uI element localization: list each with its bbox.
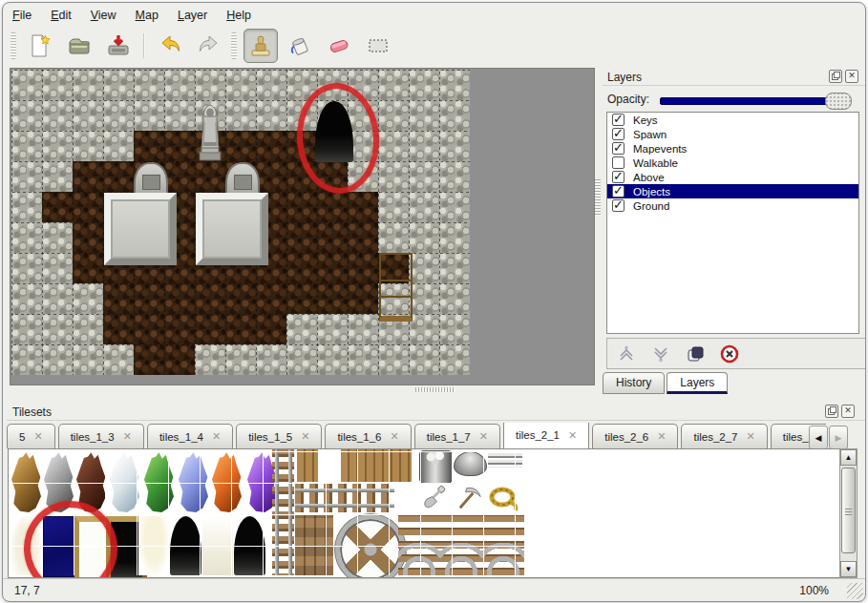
tileset-tab-tiles_2_6[interactable]: tiles_2_6✕ [592,424,678,448]
menu-map[interactable]: Map [136,9,159,26]
tile-arc[interactable] [440,514,482,575]
close-tab-icon[interactable]: ✕ [747,430,755,443]
toolbar-drag-handle[interactable] [231,32,237,59]
tile-plank-v[interactable] [297,449,318,482]
tileset-tab-tiles_1_4[interactable]: tiles_1_4✕ [147,424,233,448]
new-file-button[interactable] [23,29,57,63]
layer-row-objects[interactable]: Objects [607,184,858,198]
stamp-tool-button[interactable] [243,29,278,63]
save-file-button[interactable] [101,29,136,63]
float-panel-icon[interactable] [825,405,838,418]
layer-row-ground[interactable]: Ground [607,198,858,213]
tile-crystal[interactable] [43,451,74,512]
delete-layer-button[interactable] [718,343,741,365]
close-tab-icon[interactable]: ✕ [33,430,42,443]
layer-row-above[interactable]: Above [607,170,858,184]
opacity-slider-handle[interactable] [825,93,852,110]
layer-row-mapevents[interactable]: Mapevents [607,141,858,156]
layer-row-keys[interactable]: Keys [607,113,858,127]
tile-arc[interactable] [482,514,524,575]
tileset-tab-tiles_2_7[interactable]: tiles_2_7✕ [681,424,767,448]
scroll-down-button[interactable]: ▼ [840,561,857,577]
resize-grip[interactable] [847,583,863,599]
layer-visibility-checkbox[interactable] [612,156,625,169]
tile-wheel[interactable] [335,514,406,578]
horizontal-splitter-handle[interactable] [415,387,455,392]
tile-weave[interactable] [295,514,333,575]
menu-help[interactable]: Help [226,9,251,26]
undo-button[interactable] [153,29,187,63]
tile-arc[interactable] [398,514,440,575]
menu-view[interactable]: View [91,9,116,26]
tile-crystal[interactable] [211,451,243,512]
menu-layer[interactable]: Layer [178,9,207,26]
close-tab-icon[interactable]: ✕ [568,429,577,442]
eraser-tool-button[interactable] [322,29,356,63]
layer-visibility-checkbox[interactable] [612,114,625,126]
tile-metal-bars[interactable] [488,453,522,468]
tile-pickaxe[interactable] [454,483,483,514]
menu-file[interactable]: File [12,9,32,26]
tileset-tab-tiles_1_5[interactable]: tiles_1_5✕ [236,424,322,448]
tileset-scrollbar[interactable]: ▲ ▼ [839,448,857,578]
close-tab-icon[interactable]: ✕ [301,430,309,443]
tile-cave2[interactable] [234,516,265,575]
close-tab-icon[interactable]: ✕ [479,430,488,443]
tile-crystal[interactable] [75,451,107,512]
dock-tab-layers[interactable]: Layers [667,372,728,394]
tile-crystal[interactable] [178,451,209,512]
lower-layer-button[interactable] [649,343,672,365]
map-canvas[interactable] [11,70,470,375]
layer-visibility-checkbox[interactable] [612,142,625,155]
tile-crystal[interactable] [11,451,42,512]
vertical-splitter-handle[interactable] [595,179,601,216]
close-tab-icon[interactable]: ✕ [212,430,221,443]
layer-visibility-checkbox[interactable] [612,128,625,140]
redo-button[interactable] [192,29,226,63]
tileset-tab-tiles_1_6[interactable]: tiles_1_6✕ [325,424,411,448]
toolbar-drag-handle[interactable] [11,32,16,59]
tile-navy-selected[interactable] [43,516,75,577]
tile-ghost[interactable] [11,516,41,575]
tile-track-h[interactable] [295,484,394,512]
close-tab-icon[interactable]: ✕ [123,430,132,443]
select-tool-button[interactable] [361,29,395,63]
tile-ladder-v[interactable] [272,449,295,575]
opacity-slider[interactable] [660,97,851,105]
tile-pale2[interactable] [202,516,233,575]
layer-visibility-checkbox[interactable] [612,171,625,183]
close-tab-icon[interactable]: ✕ [657,430,666,443]
dock-tab-history[interactable]: History [603,372,665,394]
tile-rope[interactable] [486,483,520,514]
duplicate-layer-button[interactable] [684,343,707,365]
layer-visibility-checkbox[interactable] [612,199,625,212]
tile-shovel[interactable] [420,483,450,514]
scroll-tabs-right-button[interactable]: ▶ [829,426,848,449]
layer-row-spawn[interactable]: Spawn [607,127,858,141]
tileset-tab-tiles_1_3[interactable]: tiles_1_3✕ [58,424,144,448]
tileset-tab-tiles_1_7[interactable]: tiles_1_7✕ [414,424,500,448]
layer-visibility-checkbox[interactable] [612,185,625,198]
close-panel-icon[interactable] [845,70,858,83]
tileset-tab-5[interactable]: 5✕ [7,424,55,448]
tileset-tab-tiles_2_1[interactable]: tiles_2_1✕ [503,423,589,448]
tile-cave[interactable] [170,516,201,575]
scroll-up-button[interactable]: ▲ [840,449,857,466]
raise-layer-button[interactable] [615,343,638,365]
close-panel-icon[interactable] [841,405,855,418]
tile-gray-pot[interactable] [454,451,487,476]
tile-pale[interactable] [138,516,169,575]
fill-tool-button[interactable] [283,29,317,63]
scroll-tabs-left-button[interactable]: ◀ [809,426,828,449]
float-panel-icon[interactable] [829,70,842,83]
open-file-button[interactable] [62,29,96,63]
menu-edit[interactable]: Edit [51,9,72,26]
tile-plank-T[interactable] [341,449,412,482]
tile-crystal[interactable] [109,451,140,512]
tile-skull-barrel[interactable] [419,450,453,484]
layer-row-walkable[interactable]: Walkable [607,156,858,170]
tileset-canvas[interactable] [9,449,837,575]
close-tab-icon[interactable]: ✕ [390,430,398,443]
scrollbar-thumb[interactable] [841,468,856,553]
tile-crystal[interactable] [143,451,175,512]
